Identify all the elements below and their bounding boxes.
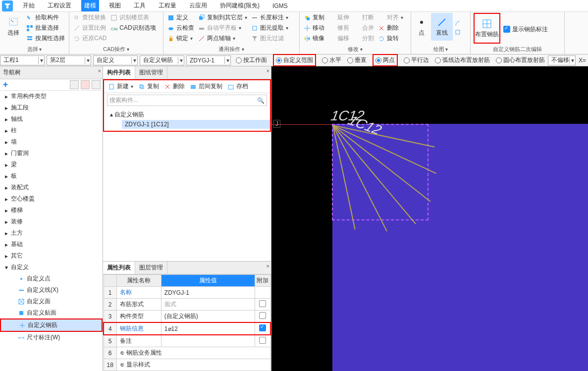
tree-item[interactable]: ▸空心楼盖: [0, 193, 103, 205]
tree-item[interactable]: ▸常用构件类型: [0, 91, 103, 102]
ribbon-group-cad[interactable]: CAD操作: [72, 46, 160, 53]
tree-item[interactable]: ▸施工段: [0, 102, 103, 113]
ribbon-group-draw[interactable]: 绘图: [414, 46, 467, 53]
tab-view[interactable]: 视图: [106, 0, 124, 11]
place-rebar-button[interactable]: 布置钢筋: [474, 13, 500, 44]
merge-cmd[interactable]: 合并: [352, 23, 375, 33]
cloud-check[interactable]: 云检查: [166, 23, 195, 33]
table-row[interactable]: 18⊕ 显示样式: [104, 359, 270, 371]
tree-sub[interactable]: 尺寸标注(W): [0, 332, 103, 343]
arc-icon[interactable]: [455, 20, 461, 26]
pick-component[interactable]: 拾取构件: [25, 13, 66, 22]
table-row[interactable]: 6⊕ 钢筋业务属性: [104, 347, 270, 359]
table-row[interactable]: 2布筋形式面式: [104, 299, 270, 311]
define[interactable]: 定义: [166, 13, 195, 22]
trim-cmd[interactable]: 修剪: [327, 23, 350, 33]
search-icon[interactable]: 🔍: [257, 97, 265, 104]
tab-drawings[interactable]: 图纸管理: [135, 66, 167, 79]
archive-button[interactable]: 存档: [226, 82, 249, 91]
tree-item[interactable]: ▸墙: [0, 136, 103, 148]
prop-close-icon[interactable]: ×: [267, 263, 269, 269]
radio-horizontal[interactable]: 水平: [322, 56, 341, 64]
rect-icon[interactable]: [455, 29, 461, 35]
tab-properties[interactable]: 属性列表: [103, 262, 135, 274]
offset-cmd[interactable]: 偏移: [327, 34, 350, 43]
show-rebar-checkbox[interactable]: [503, 26, 510, 33]
nav-view2-icon[interactable]: [81, 80, 90, 89]
radio-circle[interactable]: 圆心布置放射筋: [496, 56, 545, 64]
delete-cmd[interactable]: 删除: [377, 23, 404, 33]
tab-componentlist[interactable]: 构件列表: [103, 66, 135, 79]
tree-item-custom[interactable]: ▾自定义: [0, 262, 103, 273]
ribbon-group-select[interactable]: 选择: [3, 46, 66, 53]
copy-button[interactable]: 复制: [137, 82, 160, 91]
table-row-rebar-info[interactable]: 4钢筋信息1⌀12: [104, 322, 270, 335]
complist-close-icon[interactable]: ×: [267, 68, 269, 74]
image-extract[interactable]: 图元提取: [250, 23, 289, 33]
move-cmd[interactable]: 移动: [303, 23, 325, 33]
tree-item[interactable]: ▸装修: [0, 216, 103, 227]
tree-item[interactable]: ▸其它: [0, 250, 103, 262]
set-scale[interactable]: 设置比例: [72, 23, 107, 33]
extend-cmd[interactable]: 延伸: [327, 13, 350, 22]
tab-project[interactable]: 工程设置: [45, 0, 74, 11]
mirror-cmd[interactable]: 镜像: [303, 34, 325, 43]
combo-component[interactable]: ZDYGJ-1▾: [186, 55, 231, 65]
select-button[interactable]: 选择: [3, 13, 23, 41]
auto-align[interactable]: 自动平齐板: [197, 23, 248, 33]
table-row[interactable]: 3构件类型(自定义钢筋): [104, 311, 270, 323]
copy-to-layer[interactable]: 复制到其它层: [197, 13, 248, 22]
length-dim[interactable]: 长度标注: [250, 13, 289, 22]
tree-sub[interactable]: 自定义面: [0, 296, 103, 307]
combo-floor[interactable]: 第2层▾: [47, 55, 91, 65]
rotate-cmd[interactable]: 旋转: [377, 34, 404, 43]
tab-model[interactable]: 建模: [81, 0, 99, 11]
ribbon-group-general[interactable]: 通用操作: [166, 46, 296, 53]
identify-layer[interactable]: 识别楼层表: [109, 13, 157, 22]
nav-tree[interactable]: ▸常用构件类型 ▸施工段 ▸轴线 ▸柱 ▸墙 ▸门窗洞 ▸梁 ▸板 ▸装配式 ▸…: [0, 91, 103, 371]
tree-item[interactable]: ▸柱: [0, 125, 103, 136]
by-property-select[interactable]: 按属性选择: [25, 34, 66, 43]
radio-arc[interactable]: 弧线边布置放射筋: [435, 56, 490, 64]
table-row[interactable]: 1名称ZDYGJ-1: [104, 287, 270, 299]
tab-layers[interactable]: 图层管理: [135, 262, 167, 274]
tree-item[interactable]: ▸梁: [0, 159, 103, 170]
align-cmd[interactable]: 对齐: [377, 13, 404, 22]
radio-two-point[interactable]: 两点: [373, 54, 398, 66]
tree-item[interactable]: ▸基础: [0, 239, 103, 250]
tab-cloud[interactable]: 云应用: [186, 0, 210, 11]
cad-options[interactable]: CADCAD识别选项: [109, 23, 157, 33]
batch-select[interactable]: 批量选择: [25, 23, 66, 33]
tree-item[interactable]: ▸轴线: [0, 113, 103, 125]
tree-sub[interactable]: 自定义点: [0, 273, 103, 284]
combo-project[interactable]: 工程1▾: [0, 55, 45, 65]
delete-button[interactable]: 删除: [163, 82, 186, 91]
nav-close-icon[interactable]: ×: [98, 68, 101, 74]
radio-custom-range[interactable]: 自定义范围: [273, 54, 316, 66]
nav-view1-icon[interactable]: [70, 80, 79, 89]
tree-item[interactable]: ▸楼梯: [0, 205, 103, 216]
nav-view3-icon[interactable]: [92, 80, 101, 89]
tree-sub[interactable]: 自定义贴面: [0, 307, 103, 318]
drawing-canvas[interactable]: J 1C12 1C12: [271, 66, 588, 371]
image-filter[interactable]: 图元过滤: [250, 34, 289, 43]
radio-parallel[interactable]: 平行边: [404, 56, 429, 64]
tree-item[interactable]: ▸门窗洞: [0, 148, 103, 159]
restore-cad[interactable]: 还原CAD: [72, 34, 107, 43]
point-button[interactable]: 点: [414, 13, 429, 41]
complist-root[interactable]: ▴ 自定义钢筋: [104, 109, 270, 120]
lock[interactable]: 锁定: [166, 34, 195, 43]
tab-start[interactable]: 开始: [20, 0, 38, 11]
table-row[interactable]: 5备注: [104, 335, 270, 347]
search-input[interactable]: 搜索构件...🔍: [107, 95, 267, 106]
tab-collab[interactable]: 协同建模(限免): [217, 0, 263, 11]
tree-item[interactable]: ▸装配式: [0, 182, 103, 193]
tree-sub[interactable]: 自定义线(X): [0, 284, 103, 296]
ribbon-group-modify[interactable]: 修改: [303, 46, 408, 53]
find-replace[interactable]: 查找替换: [72, 13, 107, 22]
layercopy-button[interactable]: 层间复制: [189, 82, 223, 91]
two-point-axis[interactable]: 两点辅轴: [197, 34, 248, 43]
line-button[interactable]: 直线: [431, 13, 453, 41]
combo-category[interactable]: 自定义▾: [93, 55, 138, 65]
copy-cmd[interactable]: 复制: [303, 13, 325, 22]
